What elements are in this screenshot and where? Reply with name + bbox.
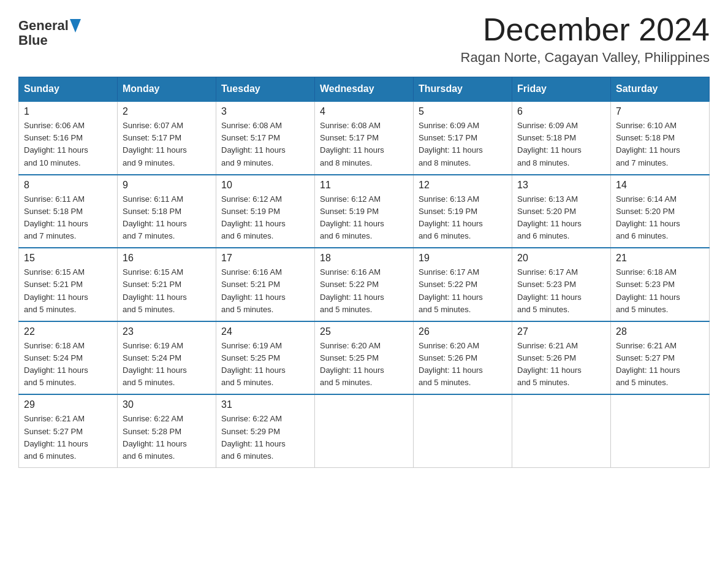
calendar-cell: 3 Sunrise: 6:08 AMSunset: 5:17 PMDayligh… bbox=[216, 101, 315, 175]
day-info: Sunrise: 6:14 AMSunset: 5:20 PMDaylight:… bbox=[616, 194, 680, 240]
day-info: Sunrise: 6:20 AMSunset: 5:25 PMDaylight:… bbox=[320, 341, 384, 387]
weekday-header-sunday: Sunday bbox=[19, 77, 118, 102]
day-number: 1 bbox=[24, 106, 112, 117]
weekday-header-wednesday: Wednesday bbox=[315, 77, 414, 102]
logo-arrow-icon bbox=[70, 19, 81, 33]
calendar-cell: 14 Sunrise: 6:14 AMSunset: 5:20 PMDaylig… bbox=[611, 175, 710, 248]
calendar-cell: 28 Sunrise: 6:21 AMSunset: 5:27 PMDaylig… bbox=[611, 321, 710, 395]
calendar-cell: 17 Sunrise: 6:16 AMSunset: 5:21 PMDaylig… bbox=[216, 248, 315, 321]
calendar-cell: 29 Sunrise: 6:21 AMSunset: 5:27 PMDaylig… bbox=[19, 394, 118, 467]
day-info: Sunrise: 6:09 AMSunset: 5:18 PMDaylight:… bbox=[517, 121, 582, 167]
calendar-cell: 7 Sunrise: 6:10 AMSunset: 5:18 PMDayligh… bbox=[611, 101, 710, 175]
day-info: Sunrise: 6:16 AMSunset: 5:22 PMDaylight:… bbox=[320, 267, 384, 313]
day-info: Sunrise: 6:06 AMSunset: 5:16 PMDaylight:… bbox=[24, 121, 88, 167]
svg-marker-0 bbox=[70, 19, 81, 33]
day-number: 9 bbox=[123, 180, 211, 191]
calendar-cell bbox=[512, 394, 611, 467]
day-number: 20 bbox=[517, 253, 605, 264]
title-area: December 2024 Ragan Norte, Cagayan Valle… bbox=[461, 12, 710, 66]
day-info: Sunrise: 6:17 AMSunset: 5:22 PMDaylight:… bbox=[419, 267, 483, 313]
calendar-cell: 22 Sunrise: 6:18 AMSunset: 5:24 PMDaylig… bbox=[19, 321, 118, 395]
day-number: 28 bbox=[616, 326, 704, 337]
calendar-cell: 8 Sunrise: 6:11 AMSunset: 5:18 PMDayligh… bbox=[19, 175, 118, 248]
day-info: Sunrise: 6:13 AMSunset: 5:19 PMDaylight:… bbox=[419, 194, 483, 240]
day-info: Sunrise: 6:10 AMSunset: 5:18 PMDaylight:… bbox=[616, 121, 680, 167]
day-number: 3 bbox=[221, 106, 309, 117]
weekday-header-tuesday: Tuesday bbox=[216, 77, 315, 102]
calendar-cell: 30 Sunrise: 6:22 AMSunset: 5:28 PMDaylig… bbox=[118, 394, 216, 467]
day-info: Sunrise: 6:21 AMSunset: 5:27 PMDaylight:… bbox=[616, 341, 680, 387]
calendar-cell: 12 Sunrise: 6:13 AMSunset: 5:19 PMDaylig… bbox=[414, 175, 512, 248]
calendar-cell: 9 Sunrise: 6:11 AMSunset: 5:18 PMDayligh… bbox=[118, 175, 216, 248]
day-info: Sunrise: 6:08 AMSunset: 5:17 PMDaylight:… bbox=[320, 121, 384, 167]
calendar-cell: 25 Sunrise: 6:20 AMSunset: 5:25 PMDaylig… bbox=[315, 321, 414, 395]
calendar-cell: 18 Sunrise: 6:16 AMSunset: 5:22 PMDaylig… bbox=[315, 248, 414, 321]
logo: General Blue bbox=[18, 12, 81, 48]
day-info: Sunrise: 6:20 AMSunset: 5:26 PMDaylight:… bbox=[419, 341, 483, 387]
day-number: 11 bbox=[320, 180, 408, 191]
day-number: 17 bbox=[221, 253, 309, 264]
day-number: 26 bbox=[419, 326, 507, 337]
weekday-header-row: SundayMondayTuesdayWednesdayThursdayFrid… bbox=[19, 77, 710, 102]
month-year-title: December 2024 bbox=[461, 12, 710, 47]
calendar-cell: 16 Sunrise: 6:15 AMSunset: 5:21 PMDaylig… bbox=[118, 248, 216, 321]
day-number: 13 bbox=[517, 180, 605, 191]
day-number: 30 bbox=[123, 399, 211, 410]
day-number: 29 bbox=[24, 399, 112, 410]
day-number: 4 bbox=[320, 106, 408, 117]
day-info: Sunrise: 6:21 AMSunset: 5:26 PMDaylight:… bbox=[517, 341, 582, 387]
day-info: Sunrise: 6:15 AMSunset: 5:21 PMDaylight:… bbox=[123, 267, 187, 313]
calendar-cell bbox=[315, 394, 414, 467]
logo-text-blue: Blue bbox=[18, 33, 48, 48]
day-info: Sunrise: 6:15 AMSunset: 5:21 PMDaylight:… bbox=[24, 267, 88, 313]
calendar-week-row-5: 29 Sunrise: 6:21 AMSunset: 5:27 PMDaylig… bbox=[19, 394, 710, 467]
calendar-cell: 19 Sunrise: 6:17 AMSunset: 5:22 PMDaylig… bbox=[414, 248, 512, 321]
calendar-cell: 15 Sunrise: 6:15 AMSunset: 5:21 PMDaylig… bbox=[19, 248, 118, 321]
day-number: 22 bbox=[24, 326, 112, 337]
day-number: 31 bbox=[221, 399, 309, 410]
calendar-cell: 4 Sunrise: 6:08 AMSunset: 5:17 PMDayligh… bbox=[315, 101, 414, 175]
day-info: Sunrise: 6:08 AMSunset: 5:17 PMDaylight:… bbox=[221, 121, 286, 167]
logo-text-general: General bbox=[18, 18, 69, 33]
day-info: Sunrise: 6:21 AMSunset: 5:27 PMDaylight:… bbox=[24, 414, 88, 460]
calendar-table: SundayMondayTuesdayWednesdayThursdayFrid… bbox=[18, 77, 710, 468]
day-info: Sunrise: 6:18 AMSunset: 5:23 PMDaylight:… bbox=[616, 267, 680, 313]
day-number: 16 bbox=[123, 253, 211, 264]
day-info: Sunrise: 6:19 AMSunset: 5:25 PMDaylight:… bbox=[221, 341, 286, 387]
day-info: Sunrise: 6:11 AMSunset: 5:18 PMDaylight:… bbox=[24, 194, 88, 240]
day-number: 2 bbox=[123, 106, 211, 117]
day-number: 12 bbox=[419, 180, 507, 191]
day-number: 15 bbox=[24, 253, 112, 264]
calendar-cell: 5 Sunrise: 6:09 AMSunset: 5:17 PMDayligh… bbox=[414, 101, 512, 175]
day-info: Sunrise: 6:09 AMSunset: 5:17 PMDaylight:… bbox=[419, 121, 483, 167]
page-header: General Blue December 2024 Ragan Norte, … bbox=[18, 12, 710, 66]
calendar-cell: 26 Sunrise: 6:20 AMSunset: 5:26 PMDaylig… bbox=[414, 321, 512, 395]
calendar-week-row-4: 22 Sunrise: 6:18 AMSunset: 5:24 PMDaylig… bbox=[19, 321, 710, 395]
day-info: Sunrise: 6:17 AMSunset: 5:23 PMDaylight:… bbox=[517, 267, 582, 313]
day-info: Sunrise: 6:12 AMSunset: 5:19 PMDaylight:… bbox=[221, 194, 286, 240]
day-info: Sunrise: 6:22 AMSunset: 5:29 PMDaylight:… bbox=[221, 414, 286, 460]
day-number: 14 bbox=[616, 180, 704, 191]
calendar-cell bbox=[611, 394, 710, 467]
day-number: 24 bbox=[221, 326, 309, 337]
day-info: Sunrise: 6:07 AMSunset: 5:17 PMDaylight:… bbox=[123, 121, 187, 167]
day-info: Sunrise: 6:11 AMSunset: 5:18 PMDaylight:… bbox=[123, 194, 187, 240]
calendar-cell: 6 Sunrise: 6:09 AMSunset: 5:18 PMDayligh… bbox=[512, 101, 611, 175]
day-number: 18 bbox=[320, 253, 408, 264]
calendar-cell: 10 Sunrise: 6:12 AMSunset: 5:19 PMDaylig… bbox=[216, 175, 315, 248]
calendar-cell bbox=[414, 394, 512, 467]
day-number: 27 bbox=[517, 326, 605, 337]
calendar-cell: 1 Sunrise: 6:06 AMSunset: 5:16 PMDayligh… bbox=[19, 101, 118, 175]
day-number: 7 bbox=[616, 106, 704, 117]
calendar-week-row-1: 1 Sunrise: 6:06 AMSunset: 5:16 PMDayligh… bbox=[19, 101, 710, 175]
calendar-cell: 11 Sunrise: 6:12 AMSunset: 5:19 PMDaylig… bbox=[315, 175, 414, 248]
day-info: Sunrise: 6:12 AMSunset: 5:19 PMDaylight:… bbox=[320, 194, 384, 240]
weekday-header-saturday: Saturday bbox=[611, 77, 710, 102]
day-number: 21 bbox=[616, 253, 704, 264]
location-subtitle: Ragan Norte, Cagayan Valley, Philippines bbox=[461, 50, 710, 66]
calendar-cell: 24 Sunrise: 6:19 AMSunset: 5:25 PMDaylig… bbox=[216, 321, 315, 395]
weekday-header-thursday: Thursday bbox=[414, 77, 512, 102]
day-info: Sunrise: 6:16 AMSunset: 5:21 PMDaylight:… bbox=[221, 267, 286, 313]
day-number: 5 bbox=[419, 106, 507, 117]
calendar-week-row-2: 8 Sunrise: 6:11 AMSunset: 5:18 PMDayligh… bbox=[19, 175, 710, 248]
